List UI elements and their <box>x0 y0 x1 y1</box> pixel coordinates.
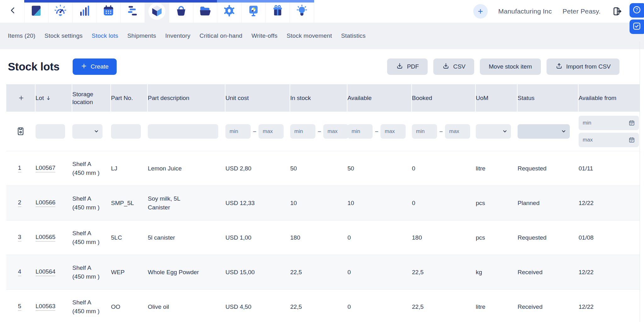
checkbox-icon <box>632 21 641 32</box>
gantt-icon <box>126 4 139 19</box>
pdf-button[interactable]: PDF <box>387 58 428 75</box>
logout-icon[interactable] <box>611 6 622 17</box>
filter-in-stock-min[interactable] <box>290 124 315 139</box>
available: 50 <box>347 151 412 186</box>
scrollbar-track[interactable] <box>640 42 640 322</box>
filter-booked-max[interactable] <box>445 124 470 139</box>
status: Requested <box>518 220 579 255</box>
filter-booked-min[interactable] <box>412 124 437 139</box>
tab-statistics[interactable]: Statistics <box>341 32 366 39</box>
add-column-icon[interactable] <box>18 95 25 101</box>
header-in-stock[interactable]: In stock <box>290 84 347 112</box>
filter-in-stock-max[interactable] <box>323 124 348 139</box>
module-tab-settings[interactable] <box>217 0 242 23</box>
row-number-link[interactable]: 3 <box>18 234 21 242</box>
lot-link[interactable]: L00565 <box>36 234 55 242</box>
stock-lots-table: Lot Storage location Part No. Part descr… <box>6 84 640 322</box>
module-tab-rewards[interactable] <box>266 0 290 23</box>
module-tab-gantt[interactable] <box>121 0 145 23</box>
booked: 22,5 <box>412 290 476 322</box>
filter-available-max[interactable] <box>380 124 406 139</box>
tasks-button[interactable] <box>630 19 644 34</box>
filter-part-description-input[interactable] <box>148 124 218 139</box>
sort-desc-icon <box>46 96 51 101</box>
filter-unit-cost-max[interactable] <box>258 124 284 139</box>
csv-button[interactable]: CSV <box>433 58 474 75</box>
module-tab-calendar[interactable] <box>97 0 121 23</box>
presentation-icon <box>247 4 260 19</box>
row-number-link[interactable]: 4 <box>18 268 21 276</box>
uom: pcs <box>476 220 518 255</box>
tab-shipments[interactable]: Shipments <box>127 32 156 39</box>
tab-stock-lots[interactable]: Stock lots <box>92 32 118 39</box>
available: 0 <box>347 290 412 322</box>
header-part-no[interactable]: Part No. <box>111 84 148 112</box>
storage-location: Shelf A (450 mm ) <box>72 264 100 281</box>
gift-icon <box>271 4 284 19</box>
row-number-link[interactable]: 1 <box>18 164 21 172</box>
header-unit-cost[interactable]: Unit cost <box>225 84 290 112</box>
module-tab-procurement[interactable] <box>169 0 193 23</box>
booked: 180 <box>412 220 476 255</box>
in-stock: 50 <box>290 151 347 186</box>
header-uom[interactable]: UoM <box>476 84 518 112</box>
lot-link[interactable]: L00563 <box>36 303 55 311</box>
row-number-link[interactable]: 5 <box>18 303 21 311</box>
tab-stock-movement[interactable]: Stock movement <box>286 32 332 39</box>
save-filter-icon[interactable] <box>16 126 25 136</box>
module-tab-reports[interactable] <box>242 0 266 23</box>
header-lot[interactable]: Lot <box>36 84 72 112</box>
back-chevron-icon[interactable] <box>8 6 18 15</box>
filter-unit-cost-min[interactable] <box>225 124 251 139</box>
filter-status-select[interactable] <box>518 124 570 139</box>
booked: 0 <box>412 186 476 220</box>
part-no: OO <box>111 290 148 322</box>
tab-write-offs[interactable]: Write-offs <box>252 32 278 39</box>
header-booked[interactable]: Booked <box>412 84 476 112</box>
filter-part-no-input[interactable] <box>111 124 141 139</box>
module-tab-tips[interactable] <box>290 0 314 23</box>
table-row: 2 L00566 Shelf A (450 mm ) SMP_5L Soy mi… <box>6 186 640 220</box>
module-tab-gauge[interactable] <box>48 0 73 23</box>
filter-lot-input[interactable] <box>36 124 65 139</box>
row-number-link[interactable]: 2 <box>18 199 21 207</box>
available-from: 01/11 <box>579 151 640 186</box>
filter-storage-select[interactable] <box>72 124 103 139</box>
filter-uom-select[interactable] <box>476 124 511 139</box>
help-button[interactable]: ? <box>630 3 644 18</box>
part-description: 5l canister <box>148 233 175 242</box>
part-no: WEP <box>111 255 148 289</box>
header-part-description[interactable]: Part description <box>148 84 225 112</box>
module-tab-notebook[interactable] <box>24 0 48 23</box>
header-storage-location[interactable]: Storage location <box>72 84 111 112</box>
storage-location: Shelf A (450 mm ) <box>72 160 100 177</box>
header-available[interactable]: Available <box>347 84 412 112</box>
tab-stock-settings[interactable]: Stock settings <box>45 32 83 39</box>
module-tab-documents[interactable] <box>193 0 218 23</box>
module-tab-bar-chart[interactable] <box>73 0 97 23</box>
upload-icon <box>555 62 563 71</box>
filter-available-min[interactable] <box>347 124 373 139</box>
tab-items[interactable]: Items (20) <box>8 32 36 39</box>
uom: litre <box>476 290 518 322</box>
lot-link[interactable]: L00566 <box>36 199 55 207</box>
tab-inventory[interactable]: Inventory <box>165 32 191 39</box>
table-row: 3 L00565 Shelf A (450 mm ) 5LC 5l canist… <box>6 220 640 255</box>
status: Received <box>518 255 579 289</box>
company-name[interactable]: Manufacturing Inc <box>498 8 552 15</box>
module-tab-stock[interactable] <box>145 0 169 23</box>
storage-location: Shelf A (450 mm ) <box>72 229 100 247</box>
create-button[interactable]: Create <box>73 58 117 75</box>
status: Requested <box>518 151 579 186</box>
gauge-icon <box>54 4 67 19</box>
header-available-from[interactable]: Available from <box>579 84 640 112</box>
add-button[interactable]: + <box>473 4 488 19</box>
move-stock-item-button[interactable]: Move stock item <box>480 58 541 75</box>
import-from-csv-button[interactable]: Import from CSV <box>547 58 619 75</box>
lot-link[interactable]: L00564 <box>36 268 55 276</box>
part-no: LJ <box>111 151 148 186</box>
lot-link[interactable]: L00567 <box>36 164 55 172</box>
user-name[interactable]: Peter Peasy. <box>563 8 601 15</box>
header-status[interactable]: Status <box>518 84 579 112</box>
tab-critical-on-hand[interactable]: Critical on-hand <box>200 32 242 39</box>
